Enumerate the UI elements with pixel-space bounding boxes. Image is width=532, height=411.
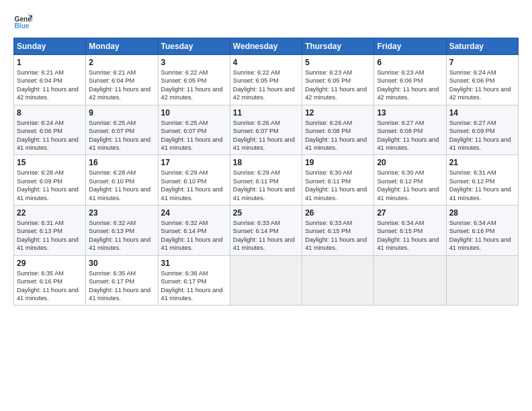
calendar-cell: 6 Sunrise: 6:23 AMSunset: 6:06 PMDayligh… [374,55,446,105]
calendar-cell: 18 Sunrise: 6:29 AMSunset: 6:11 PMDaylig… [230,155,302,205]
day-info: Sunrise: 6:22 AMSunset: 6:05 PMDaylight:… [233,68,299,102]
calendar-cell: 22 Sunrise: 6:31 AMSunset: 6:13 PMDaylig… [14,205,86,256]
day-header-sunday: Sunday [14,38,86,55]
calendar-cell: 29 Sunrise: 6:35 AMSunset: 6:16 PMDaylig… [14,255,86,306]
day-number: 28 [449,208,515,218]
day-info: Sunrise: 6:35 AMSunset: 6:16 PMDaylight:… [17,269,83,303]
calendar-week-4: 22 Sunrise: 6:31 AMSunset: 6:13 PMDaylig… [14,205,519,256]
day-info: Sunrise: 6:34 AMSunset: 6:15 PMDaylight:… [377,219,443,253]
header: General Blue [13,11,519,30]
day-info: Sunrise: 6:23 AMSunset: 6:05 PMDaylight:… [305,68,371,102]
calendar-table: SundayMondayTuesdayWednesdayThursdayFrid… [13,38,519,306]
day-number: 19 [305,158,371,167]
day-info: Sunrise: 6:32 AMSunset: 6:13 PMDaylight:… [89,219,154,253]
calendar-cell: 1 Sunrise: 6:21 AMSunset: 6:04 PMDayligh… [14,55,86,105]
day-info: Sunrise: 6:23 AMSunset: 6:06 PMDaylight:… [377,68,443,102]
svg-text:Blue: Blue [15,22,30,30]
calendar-cell: 28 Sunrise: 6:34 AMSunset: 6:16 PMDaylig… [446,205,518,256]
day-number: 7 [449,58,515,67]
day-number: 6 [377,58,443,67]
day-info: Sunrise: 6:22 AMSunset: 6:05 PMDaylight:… [161,68,227,102]
calendar-cell: 25 Sunrise: 6:33 AMSunset: 6:14 PMDaylig… [230,205,302,256]
calendar-cell: 20 Sunrise: 6:30 AMSunset: 6:12 PMDaylig… [374,155,446,205]
day-number: 30 [89,259,154,268]
calendar-cell: 16 Sunrise: 6:28 AMSunset: 6:10 PMDaylig… [86,155,158,205]
calendar-header-row: SundayMondayTuesdayWednesdayThursdayFrid… [14,38,519,55]
day-number: 15 [17,158,83,167]
calendar-cell: 12 Sunrise: 6:26 AMSunset: 6:08 PMDaylig… [302,105,374,155]
day-number: 24 [161,208,227,218]
calendar-cell [374,255,446,306]
calendar-cell: 14 Sunrise: 6:27 AMSunset: 6:09 PMDaylig… [446,105,518,155]
calendar-cell: 24 Sunrise: 6:32 AMSunset: 6:14 PMDaylig… [158,205,230,256]
day-info: Sunrise: 6:30 AMSunset: 6:11 PMDaylight:… [305,169,371,202]
calendar-cell: 26 Sunrise: 6:33 AMSunset: 6:15 PMDaylig… [302,205,374,256]
day-header-wednesday: Wednesday [230,38,302,55]
day-info: Sunrise: 6:25 AMSunset: 6:07 PMDaylight:… [89,119,154,152]
day-info: Sunrise: 6:31 AMSunset: 6:13 PMDaylight:… [17,219,83,253]
calendar-week-3: 15 Sunrise: 6:28 AMSunset: 6:09 PMDaylig… [14,155,519,205]
day-number: 1 [17,58,83,67]
day-info: Sunrise: 6:26 AMSunset: 6:08 PMDaylight:… [305,119,371,152]
day-info: Sunrise: 6:25 AMSunset: 6:07 PMDaylight:… [161,119,227,152]
day-number: 26 [305,208,371,218]
day-number: 3 [161,58,227,67]
day-info: Sunrise: 6:24 AMSunset: 6:06 PMDaylight:… [17,119,83,152]
calendar-cell: 7 Sunrise: 6:24 AMSunset: 6:06 PMDayligh… [446,55,518,105]
calendar-cell [302,255,374,306]
calendar-cell: 19 Sunrise: 6:30 AMSunset: 6:11 PMDaylig… [302,155,374,205]
day-info: Sunrise: 6:28 AMSunset: 6:09 PMDaylight:… [17,169,83,202]
day-number: 8 [17,108,83,118]
day-number: 21 [449,158,515,167]
day-info: Sunrise: 6:27 AMSunset: 6:09 PMDaylight:… [449,119,515,152]
calendar-cell [446,255,518,306]
day-number: 22 [17,208,83,218]
day-number: 11 [233,108,299,118]
calendar-week-2: 8 Sunrise: 6:24 AMSunset: 6:06 PMDayligh… [14,105,519,155]
calendar-cell: 31 Sunrise: 6:36 AMSunset: 6:17 PMDaylig… [158,255,230,306]
day-info: Sunrise: 6:30 AMSunset: 6:12 PMDaylight:… [377,169,443,202]
day-number: 14 [449,108,515,118]
logo-icon: General Blue [13,11,32,30]
day-header-saturday: Saturday [446,38,518,55]
calendar-cell: 4 Sunrise: 6:22 AMSunset: 6:05 PMDayligh… [230,55,302,105]
day-info: Sunrise: 6:28 AMSunset: 6:10 PMDaylight:… [89,169,154,202]
day-header-monday: Monday [86,38,158,55]
calendar-cell [230,255,302,306]
calendar-cell: 23 Sunrise: 6:32 AMSunset: 6:13 PMDaylig… [86,205,158,256]
day-info: Sunrise: 6:34 AMSunset: 6:16 PMDaylight:… [449,219,515,253]
day-info: Sunrise: 6:33 AMSunset: 6:14 PMDaylight:… [233,219,299,253]
calendar-cell: 13 Sunrise: 6:27 AMSunset: 6:08 PMDaylig… [374,105,446,155]
calendar-cell: 21 Sunrise: 6:31 AMSunset: 6:12 PMDaylig… [446,155,518,205]
day-info: Sunrise: 6:36 AMSunset: 6:17 PMDaylight:… [161,269,227,303]
calendar-cell: 5 Sunrise: 6:23 AMSunset: 6:05 PMDayligh… [302,55,374,105]
day-info: Sunrise: 6:24 AMSunset: 6:06 PMDaylight:… [449,68,515,102]
day-number: 2 [89,58,154,67]
day-number: 17 [161,158,227,167]
day-number: 23 [89,208,154,218]
day-header-tuesday: Tuesday [158,38,230,55]
day-number: 13 [377,108,443,118]
day-number: 12 [305,108,371,118]
day-number: 10 [161,108,227,118]
day-number: 4 [233,58,299,67]
day-info: Sunrise: 6:27 AMSunset: 6:08 PMDaylight:… [377,119,443,152]
day-info: Sunrise: 6:29 AMSunset: 6:10 PMDaylight:… [161,169,227,202]
page: General Blue SundayMondayTuesdayWednesda… [0,0,532,411]
day-info: Sunrise: 6:35 AMSunset: 6:17 PMDaylight:… [89,269,154,303]
calendar-cell: 9 Sunrise: 6:25 AMSunset: 6:07 PMDayligh… [86,105,158,155]
day-info: Sunrise: 6:32 AMSunset: 6:14 PMDaylight:… [161,219,227,253]
calendar-cell: 10 Sunrise: 6:25 AMSunset: 6:07 PMDaylig… [158,105,230,155]
day-number: 9 [89,108,154,118]
calendar-cell: 2 Sunrise: 6:21 AMSunset: 6:04 PMDayligh… [86,55,158,105]
day-number: 29 [17,259,83,268]
calendar-cell: 8 Sunrise: 6:24 AMSunset: 6:06 PMDayligh… [14,105,86,155]
day-info: Sunrise: 6:21 AMSunset: 6:04 PMDaylight:… [17,68,83,102]
calendar-cell: 17 Sunrise: 6:29 AMSunset: 6:10 PMDaylig… [158,155,230,205]
calendar-cell: 3 Sunrise: 6:22 AMSunset: 6:05 PMDayligh… [158,55,230,105]
calendar-week-5: 29 Sunrise: 6:35 AMSunset: 6:16 PMDaylig… [14,255,519,306]
day-number: 16 [89,158,154,167]
day-info: Sunrise: 6:31 AMSunset: 6:12 PMDaylight:… [449,169,515,202]
calendar-cell: 11 Sunrise: 6:26 AMSunset: 6:07 PMDaylig… [230,105,302,155]
day-info: Sunrise: 6:33 AMSunset: 6:15 PMDaylight:… [305,219,371,253]
